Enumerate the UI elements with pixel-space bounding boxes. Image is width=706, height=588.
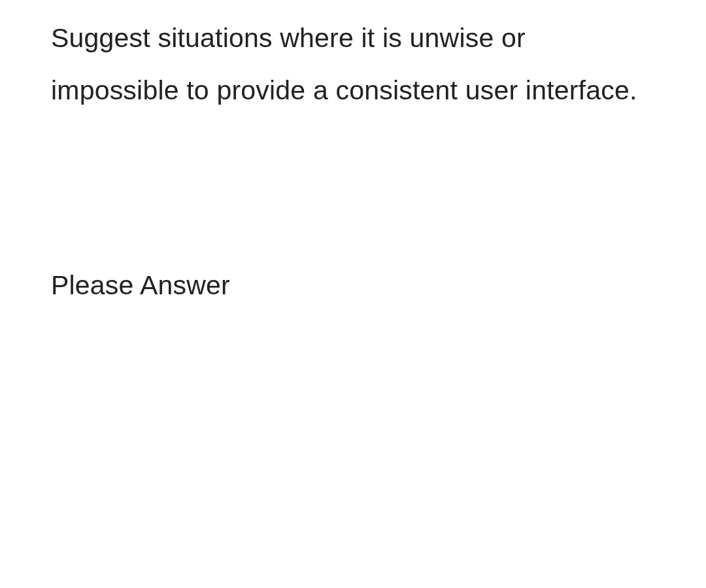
question-text: Suggest situations where it is unwise or… — [51, 12, 655, 116]
answer-prompt: Please Answer — [51, 259, 655, 311]
